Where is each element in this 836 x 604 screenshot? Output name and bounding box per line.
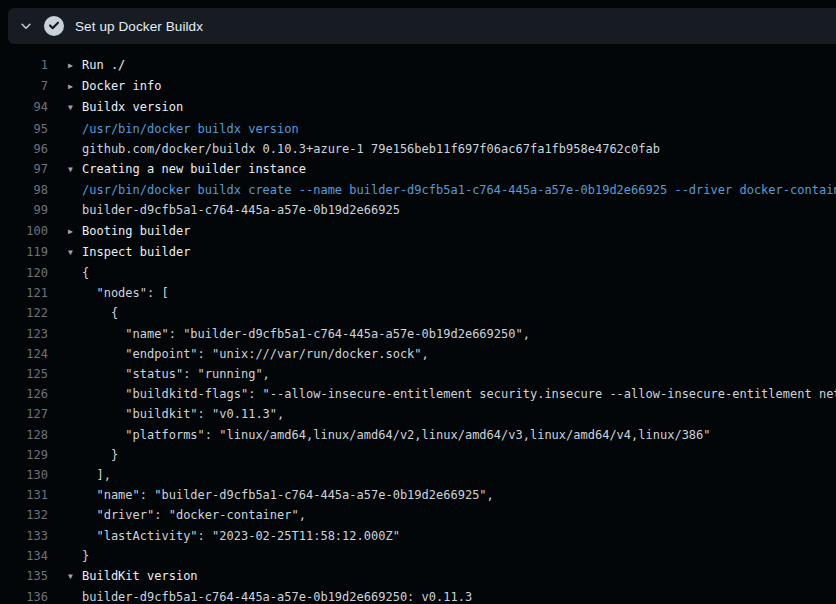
step-header[interactable]: Set up Docker Buildx bbox=[8, 8, 836, 44]
output-text: "status": "running", bbox=[68, 364, 270, 384]
chevron-down-icon[interactable] bbox=[19, 19, 33, 33]
output-text: } bbox=[68, 546, 89, 566]
log-group-header[interactable]: ▼Creating a new builder instance bbox=[68, 159, 306, 180]
log-line: 120{ bbox=[0, 263, 836, 283]
line-number[interactable]: 134 bbox=[0, 546, 48, 566]
log-line: 133 "lastActivity": "2023-02-25T11:58:12… bbox=[0, 526, 836, 546]
triangle-right-icon: ▶ bbox=[68, 222, 82, 242]
triangle-down-icon: ▼ bbox=[68, 567, 82, 587]
log-line: 134} bbox=[0, 546, 836, 566]
line-number[interactable]: 136 bbox=[0, 587, 48, 604]
log-line: 96github.com/docker/buildx 0.10.3+azure-… bbox=[0, 139, 836, 159]
log-line: 129 } bbox=[0, 445, 836, 465]
log-line: 121 "nodes": [ bbox=[0, 283, 836, 303]
triangle-down-icon: ▼ bbox=[68, 98, 82, 118]
line-number[interactable]: 132 bbox=[0, 505, 48, 525]
group-title: Booting builder bbox=[82, 224, 190, 238]
log-line: 131 "name": "builder-d9cfb5a1-c764-445a-… bbox=[0, 485, 836, 505]
output-text: "platforms": "linux/amd64,linux/amd64/v2… bbox=[68, 425, 711, 445]
output-text: builder-d9cfb5a1-c764-445a-a57e-0b19d2e6… bbox=[68, 200, 400, 220]
line-number[interactable]: 94 bbox=[0, 97, 48, 118]
log-group-header[interactable]: ▶Booting builder bbox=[68, 221, 190, 242]
line-number[interactable]: 119 bbox=[0, 242, 48, 263]
log-line: 97▼Creating a new builder instance bbox=[0, 159, 836, 180]
line-number[interactable]: 97 bbox=[0, 159, 48, 180]
line-number[interactable]: 120 bbox=[0, 263, 48, 283]
output-text: "buildkitd-flags": "--allow-insecure-ent… bbox=[68, 384, 836, 404]
output-text: "name": "builder-d9cfb5a1-c764-445a-a57e… bbox=[68, 485, 494, 505]
line-number[interactable]: 125 bbox=[0, 364, 48, 384]
output-text: github.com/docker/buildx 0.10.3+azure-1 … bbox=[68, 139, 660, 159]
log-line: 123 "name": "builder-d9cfb5a1-c764-445a-… bbox=[0, 324, 836, 344]
output-text: builder-d9cfb5a1-c764-445a-a57e-0b19d2e6… bbox=[68, 587, 472, 604]
triangle-right-icon: ▶ bbox=[68, 56, 82, 76]
log-line: 135▼BuildKit version bbox=[0, 566, 836, 587]
log-line: 130 ], bbox=[0, 465, 836, 485]
log-line: 128 "platforms": "linux/amd64,linux/amd6… bbox=[0, 425, 836, 445]
triangle-down-icon: ▼ bbox=[68, 243, 82, 263]
group-title: Creating a new builder instance bbox=[82, 162, 306, 176]
log-line: 119▼Inspect builder bbox=[0, 242, 836, 263]
line-number[interactable]: 121 bbox=[0, 283, 48, 303]
output-text: ], bbox=[68, 465, 111, 485]
log-group-header[interactable]: ▶Run ./ bbox=[68, 55, 125, 76]
log-line: 1▶Run ./ bbox=[0, 55, 836, 76]
line-number[interactable]: 131 bbox=[0, 485, 48, 505]
output-text: { bbox=[68, 303, 118, 323]
log-line: 100▶Booting builder bbox=[0, 221, 836, 242]
triangle-right-icon: ▶ bbox=[68, 77, 82, 97]
log-group-header[interactable]: ▼Buildx version bbox=[68, 97, 183, 118]
line-number[interactable]: 95 bbox=[0, 119, 48, 139]
line-number[interactable]: 128 bbox=[0, 425, 48, 445]
line-number[interactable]: 100 bbox=[0, 221, 48, 242]
log-group-header[interactable]: ▼Inspect builder bbox=[68, 242, 190, 263]
line-number[interactable]: 135 bbox=[0, 566, 48, 587]
output-text: "buildkit": "v0.11.3", bbox=[68, 404, 284, 424]
log-line: 127 "buildkit": "v0.11.3", bbox=[0, 404, 836, 424]
line-number[interactable]: 122 bbox=[0, 303, 48, 323]
command-text: /usr/bin/docker buildx version bbox=[68, 119, 299, 139]
line-number[interactable]: 133 bbox=[0, 526, 48, 546]
line-number[interactable]: 126 bbox=[0, 384, 48, 404]
log-line: 122 { bbox=[0, 303, 836, 323]
triangle-down-icon: ▼ bbox=[68, 160, 82, 180]
log-viewer: 1▶Run ./7▶Docker info94▼Buildx version95… bbox=[0, 44, 836, 604]
line-number[interactable]: 129 bbox=[0, 445, 48, 465]
log-line: 126 "buildkitd-flags": "--allow-insecure… bbox=[0, 384, 836, 404]
log-line: 124 "endpoint": "unix:///var/run/docker.… bbox=[0, 344, 836, 364]
line-number[interactable]: 7 bbox=[0, 76, 48, 97]
group-title: BuildKit version bbox=[82, 569, 198, 583]
log-line: 136builder-d9cfb5a1-c764-445a-a57e-0b19d… bbox=[0, 587, 836, 604]
command-text: /usr/bin/docker buildx create --name bui… bbox=[68, 180, 836, 200]
log-group-header[interactable]: ▼BuildKit version bbox=[68, 566, 198, 587]
log-line: 125 "status": "running", bbox=[0, 364, 836, 384]
output-text: "name": "builder-d9cfb5a1-c764-445a-a57e… bbox=[68, 324, 530, 344]
log-line: 132 "driver": "docker-container", bbox=[0, 505, 836, 525]
log-line: 95/usr/bin/docker buildx version bbox=[0, 119, 836, 139]
group-title: Inspect builder bbox=[82, 245, 190, 259]
line-number[interactable]: 123 bbox=[0, 324, 48, 344]
output-text: "endpoint": "unix:///var/run/docker.sock… bbox=[68, 344, 429, 364]
output-text: "nodes": [ bbox=[68, 283, 169, 303]
output-text: "driver": "docker-container", bbox=[68, 505, 306, 525]
line-number[interactable]: 98 bbox=[0, 180, 48, 200]
line-number[interactable]: 1 bbox=[0, 55, 48, 76]
line-number[interactable]: 127 bbox=[0, 404, 48, 424]
line-number[interactable]: 99 bbox=[0, 200, 48, 220]
line-number[interactable]: 96 bbox=[0, 139, 48, 159]
log-group-header[interactable]: ▶Docker info bbox=[68, 76, 161, 97]
line-number[interactable]: 124 bbox=[0, 344, 48, 364]
output-text: } bbox=[68, 445, 118, 465]
output-text: "lastActivity": "2023-02-25T11:58:12.000… bbox=[68, 526, 400, 546]
line-number[interactable]: 130 bbox=[0, 465, 48, 485]
log-line: 99builder-d9cfb5a1-c764-445a-a57e-0b19d2… bbox=[0, 200, 836, 220]
check-circle-icon bbox=[44, 16, 64, 36]
output-text: { bbox=[68, 263, 89, 283]
group-title: Docker info bbox=[82, 79, 161, 93]
log-line: 94▼Buildx version bbox=[0, 97, 836, 118]
log-line: 98/usr/bin/docker buildx create --name b… bbox=[0, 180, 836, 200]
step-title: Set up Docker Buildx bbox=[75, 19, 203, 34]
group-title: Run ./ bbox=[82, 58, 125, 72]
group-title: Buildx version bbox=[82, 100, 183, 114]
log-line: 7▶Docker info bbox=[0, 76, 836, 97]
